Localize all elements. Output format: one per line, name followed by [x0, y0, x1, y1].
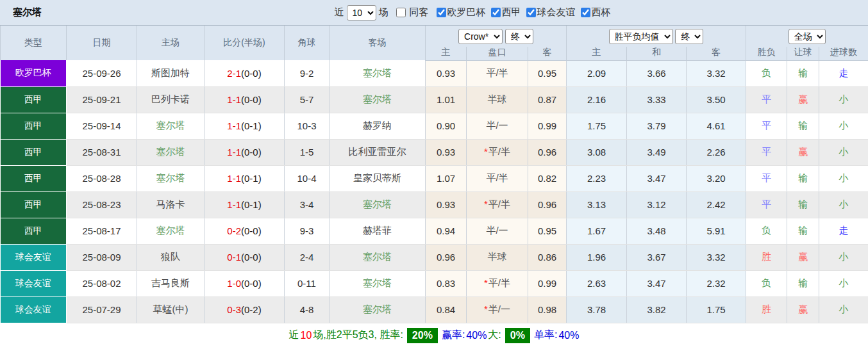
result-outcome: 胜 — [746, 296, 787, 323]
handicap-text: 半球 — [488, 251, 507, 262]
away-team: 塞尔塔 — [330, 244, 426, 270]
handicap-home-odds: 0.93 — [426, 60, 467, 86]
table-row: 西甲25-08-28塞尔塔1-1(0-1)10-4皇家贝蒂斯1.07平/半0.8… — [1, 165, 868, 191]
table-row: 西甲25-09-21巴列卡诺1-1(0-0)5-7塞尔塔1.01半球0.872.… — [1, 86, 868, 113]
games-label: 场 — [379, 6, 388, 19]
summary-text: 大: — [488, 329, 501, 342]
handicap-text: 平/半 — [488, 199, 510, 209]
handicap-home-odds: 1.01 — [426, 86, 467, 113]
away-team: 塞尔塔 — [330, 296, 426, 323]
draw-odds: 3.66 — [627, 60, 687, 86]
lose-odds: 1.75 — [687, 296, 746, 323]
score-cell: 1-1(0-1) — [204, 113, 285, 139]
handicap-away-odds: 0.95 — [528, 60, 567, 86]
col-header-handicap-result: 让球 — [787, 47, 819, 60]
handicap-line: 半球 — [467, 86, 528, 113]
handicap-outcome: 输 — [787, 113, 819, 139]
same-away-checkbox[interactable] — [396, 8, 406, 17]
league-type-badge: 西甲 — [1, 218, 67, 244]
odds-type-select[interactable]: 胜平负均值 — [609, 29, 673, 44]
league-type-badge: 西甲 — [1, 113, 67, 139]
away-team: 赫罗纳 — [330, 113, 426, 139]
summary-text: 40% — [466, 330, 487, 341]
scope-select[interactable]: 全场 — [789, 29, 826, 44]
league-filter-checkbox[interactable] — [491, 8, 501, 17]
score-cell: 0-3(0-2) — [204, 296, 285, 323]
home-team: 狼队 — [137, 244, 204, 270]
halftime-score: (0-0) — [241, 147, 262, 158]
corner-count: 3-4 — [285, 191, 330, 218]
handicap-outcome: 输 — [787, 60, 819, 86]
league-filter-checkbox[interactable] — [581, 8, 590, 17]
win-odds: 2.16 — [567, 86, 627, 113]
corner-count: 10-3 — [285, 113, 330, 139]
draw-odds: 3.49 — [627, 139, 687, 165]
corner-count: 1-5 — [285, 139, 330, 165]
matches-table: 类型 日期 主场 比分(半场) 角球 客场 Crow* 终 胜平负均值 终 全场… — [0, 26, 868, 323]
goals-outcome: 走 — [819, 60, 868, 86]
handicap-line: 平/半 — [467, 165, 528, 191]
win-odds: 2.09 — [567, 60, 627, 86]
handicap-home-odds: 0.84 — [426, 296, 467, 323]
match-count-select[interactable]: 10 — [347, 5, 376, 20]
odds-group-header: 胜平负均值 终 — [567, 26, 746, 47]
handicap-outcome: 赢 — [787, 139, 819, 165]
handicap-company-select[interactable]: Crow* — [458, 29, 503, 44]
score-cell: 1-0(0-0) — [204, 270, 285, 296]
lose-odds: 5.91 — [687, 218, 746, 244]
goals-outcome: 走 — [819, 218, 868, 244]
draw-odds: 3.47 — [627, 165, 687, 191]
col-header-odds-home: 主 — [567, 47, 627, 60]
win-odds: 3.08 — [567, 139, 627, 165]
table-row: 西甲25-08-31塞尔塔1-1(0-0)1-5比利亚雷亚尔0.93*平/半0.… — [1, 139, 868, 165]
live-star-icon: * — [484, 199, 488, 209]
match-date: 25-09-14 — [67, 113, 137, 139]
result-outcome: 平 — [746, 191, 787, 218]
draw-odds: 3.48 — [627, 218, 687, 244]
corner-count: 10-4 — [285, 165, 330, 191]
handicap-away-odds: 0.98 — [528, 296, 567, 323]
home-team: 塞尔塔 — [137, 218, 204, 244]
odds-time-select[interactable]: 终 — [675, 29, 703, 44]
corner-count: 9-2 — [285, 60, 330, 86]
match-date: 25-08-31 — [67, 139, 137, 165]
halftime-score: (0-1) — [241, 199, 262, 210]
fulltime-score: 0-3 — [227, 304, 241, 315]
home-team: 塞尔塔 — [137, 165, 204, 191]
league-filter-checkbox[interactable] — [437, 8, 446, 17]
fulltime-score: 1-0 — [227, 278, 241, 289]
col-header-away: 客场 — [330, 26, 426, 60]
score-cell: 2-1(0-0) — [204, 60, 285, 86]
corner-count: 2-4 — [285, 244, 330, 270]
halftime-score: (0-1) — [241, 173, 262, 184]
halftime-score: (0-0) — [241, 278, 262, 289]
same-away-label: 同客 — [410, 6, 429, 19]
handicap-outcome: 赢 — [787, 296, 819, 323]
handicap-text: 平/半 — [486, 67, 508, 78]
filter-controls: 近 10 场 同客 欧罗巴杯西甲球会友谊西杯 — [258, 5, 611, 20]
lose-odds: 3.20 — [687, 165, 746, 191]
lose-odds: 3.32 — [687, 60, 746, 86]
result-outcome: 平 — [746, 113, 787, 139]
lose-odds: 2.32 — [687, 270, 746, 296]
col-header-result: 胜负 — [746, 47, 787, 60]
handicap-line: 平/半 — [467, 60, 528, 86]
handicap-line: 半球 — [467, 244, 528, 270]
match-date: 25-09-21 — [67, 86, 137, 113]
summary-text: 场,胜2平5负3, 胜率: — [313, 329, 403, 342]
live-star-icon: * — [484, 277, 488, 288]
score-cell: 0-2(0-0) — [204, 218, 285, 244]
goals-outcome: 小 — [819, 296, 868, 323]
league-filter-checkbox[interactable] — [526, 8, 536, 17]
league-filter-label: 西杯 — [592, 6, 611, 19]
match-date: 25-08-23 — [67, 191, 137, 218]
home-team: 马洛卡 — [137, 191, 204, 218]
league-filters: 欧罗巴杯西甲球会友谊西杯 — [431, 6, 611, 19]
match-table-body: 欧罗巴杯25-09-26斯图加特2-1(0-0)9-2塞尔塔0.93平/半0.9… — [1, 60, 868, 323]
draw-odds: 3.82 — [627, 296, 687, 323]
summary-text: 单率: — [534, 329, 557, 342]
handicap-text: 半/一 — [488, 304, 510, 314]
score-cell: 1-1(0-1) — [204, 191, 285, 218]
handicap-time-select[interactable]: 终 — [505, 29, 533, 44]
col-header-odds-away: 客 — [687, 47, 746, 60]
